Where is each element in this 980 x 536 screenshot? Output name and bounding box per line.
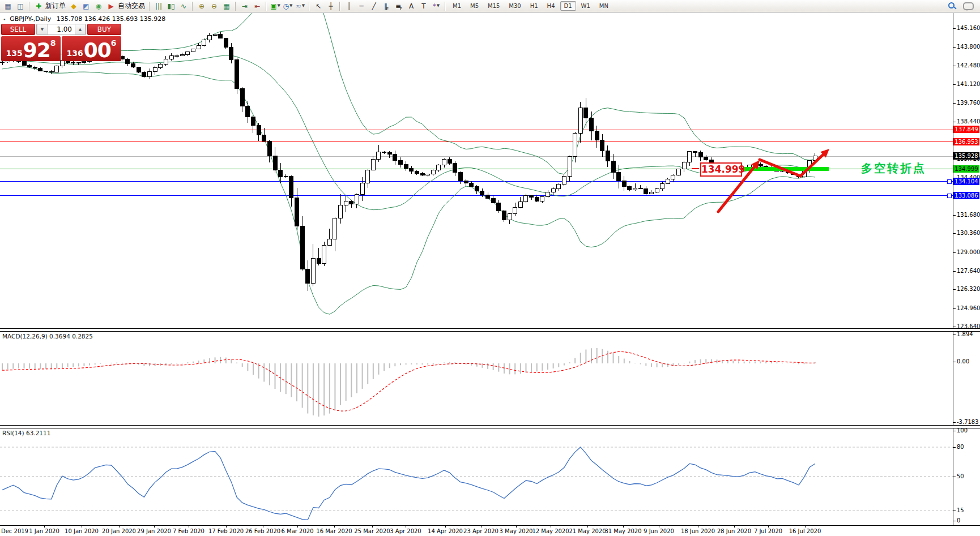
rsi-indicator-label: RSI(14) 63.2111: [2, 430, 50, 436]
date-tick-mark: [406, 526, 406, 528]
mql5-community-icon[interactable]: ◩: [80, 1, 92, 11]
volume-input[interactable]: 1.00: [48, 24, 75, 35]
signals-icon[interactable]: ◉: [92, 1, 105, 11]
rsi-tick-label: 80: [957, 444, 964, 450]
macd-tick-label: 1.894: [957, 331, 973, 337]
date-tick-mark: [189, 526, 189, 528]
crosshair-icon[interactable]: ┼: [325, 1, 337, 11]
date-tick-label: 29 Jan 2020: [137, 528, 171, 534]
price-tick-label: 126.320: [957, 286, 980, 292]
text-label-icon[interactable]: T: [417, 1, 430, 11]
fibonacci-icon[interactable]: ≡F: [393, 1, 405, 11]
chart-shift-icon[interactable]: ⇤: [251, 1, 263, 11]
timeframe-button-h4[interactable]: H4: [543, 1, 559, 11]
autotrading-icon[interactable]: ▶: [105, 1, 117, 11]
date-tick-label: 21 May 2020: [569, 528, 606, 534]
price-tick-label: 129.000: [957, 249, 980, 255]
date-tick-label: 28 Jun 2020: [717, 528, 751, 534]
price-tick-label: 141.120: [957, 81, 980, 87]
date-axis[interactable]: Dec 20191 Jan 202010 Jan 202020 Jan 2020…: [0, 525, 980, 536]
candlestick-chart-icon[interactable]: ▮▯: [165, 1, 177, 11]
timeframe-button-m1[interactable]: M1: [449, 1, 465, 11]
equidistant-channel-icon[interactable]: ∥E: [380, 1, 393, 11]
periods-menu-icon[interactable]: ◷▼: [282, 1, 294, 11]
date-tick-mark: [297, 526, 298, 528]
date-tick-label: 9 Jun 2020: [644, 528, 674, 534]
new-chart-icon[interactable]: ▦: [2, 1, 14, 11]
volume-decrease-button[interactable]: ▼: [37, 24, 48, 35]
new-order-icon-label: 新订单: [45, 1, 66, 11]
timeframe-button-m5[interactable]: M5: [466, 1, 483, 11]
timeframe-button-w1[interactable]: W1: [577, 1, 594, 11]
date-tick-label: 10 Jan 2020: [65, 528, 99, 534]
styler-icon[interactable]: ◆: [67, 1, 80, 11]
timeframe-button-m15[interactable]: M15: [484, 1, 504, 11]
vertical-line-icon[interactable]: │: [343, 1, 355, 11]
date-tick-mark: [119, 526, 120, 528]
line-handle[interactable]: [947, 179, 952, 184]
date-tick-mark: [372, 526, 373, 528]
date-tick-label: 3 May 2020: [500, 528, 533, 534]
sell-price-prefix: 135: [6, 49, 22, 58]
trendline-icon[interactable]: ╱: [368, 1, 380, 11]
price-tick-label: 138.440: [957, 118, 980, 125]
profiles-icon[interactable]: ◫: [14, 1, 27, 11]
sell-button[interactable]: SELL: [1, 24, 35, 35]
price-tick-label: 131.680: [957, 212, 980, 218]
date-tick-mark: [226, 526, 227, 528]
window-separator-macd[interactable]: [0, 328, 980, 332]
line-chart-icon[interactable]: ∿: [177, 1, 190, 11]
level-price-label: 137.849: [953, 126, 979, 133]
toolbar-separator: [309, 2, 310, 11]
one-click-trading-panel: SELL ▼ 1.00 ▲ BUY 135 92 8 136 00 6: [1, 24, 121, 61]
buy-price-prefix: 136: [66, 49, 83, 58]
date-tick-mark: [445, 526, 446, 528]
date-tick-mark: [82, 526, 82, 528]
autotrading-icon-label: 自动交易: [118, 1, 145, 11]
date-tick-mark: [44, 526, 45, 528]
line-handle[interactable]: [947, 194, 952, 198]
timeframe-button-h1[interactable]: H1: [526, 1, 542, 11]
level-price-label: 136.953: [953, 138, 979, 145]
timeframe-button-mn[interactable]: MN: [595, 1, 612, 11]
timeframe-button-m30[interactable]: M30: [505, 1, 525, 11]
timeframe-button-d1[interactable]: D1: [560, 1, 576, 11]
text-icon[interactable]: A: [405, 1, 417, 11]
price-tick-label: 127.640: [957, 268, 980, 274]
cursor-icon[interactable]: ↖: [312, 1, 325, 11]
bar-chart-icon[interactable]: |||: [152, 1, 165, 11]
chevron-down-icon: ▼: [437, 4, 440, 8]
zoom-out-icon[interactable]: ⊖: [208, 1, 220, 11]
volume-increase-button[interactable]: ▲: [75, 24, 86, 35]
window-separator-rsi[interactable]: [0, 425, 980, 428]
sell-price-pip: 8: [50, 38, 56, 48]
arrows-icon[interactable]: *▼: [430, 1, 442, 11]
horizontal-line-icon[interactable]: ─: [355, 1, 368, 11]
date-tick-label: 16 Mar 2020: [316, 528, 352, 534]
price-annotation-box[interactable]: 134.999: [700, 162, 742, 177]
chevron-down-icon: ▼: [277, 4, 280, 8]
sell-price-box[interactable]: 135 92 8: [1, 36, 61, 61]
buy-price-box[interactable]: 136 00 6: [62, 36, 121, 61]
date-tick-label: 7 Feb 2020: [173, 528, 204, 534]
chat-icon[interactable]: [963, 2, 974, 10]
new-order-icon[interactable]: ✚: [32, 1, 45, 11]
indicators-menu-icon[interactable]: ≈▼: [294, 1, 306, 11]
search-icon[interactable]: [948, 2, 956, 10]
turning-point-note[interactable]: 多空转折点: [861, 161, 926, 176]
chart-symbol-icon: ∙: [3, 16, 6, 22]
buy-button[interactable]: BUY: [87, 24, 121, 35]
toolbar-separator: [235, 2, 236, 11]
date-tick-label: 3 Apr 2020: [390, 528, 421, 534]
new-order-menu-icon[interactable]: ▣▼: [269, 1, 282, 11]
zoom-in-icon[interactable]: ⊕: [195, 1, 208, 11]
sell-price-main: 92: [23, 41, 50, 59]
tile-windows-icon[interactable]: ▦: [220, 1, 233, 11]
macd-indicator-label: MACD(12,26,9) 0.3694 0.2825: [2, 333, 93, 340]
date-tick-label: 7 Jul 2020: [754, 528, 782, 534]
date-tick-mark: [734, 526, 735, 528]
chart-canvas[interactable]: [0, 0, 980, 536]
current-price-label: 135.928: [953, 152, 979, 160]
toolbar-icons: ▦◫✚新订单◆◩◉▶自动交易|||▮▯∿⊕⊖▦⇥⇤▣▼◷▼≈▼↖┼│─╱∥E≡F…: [2, 1, 448, 11]
auto-scroll-icon[interactable]: ⇥: [238, 1, 251, 11]
